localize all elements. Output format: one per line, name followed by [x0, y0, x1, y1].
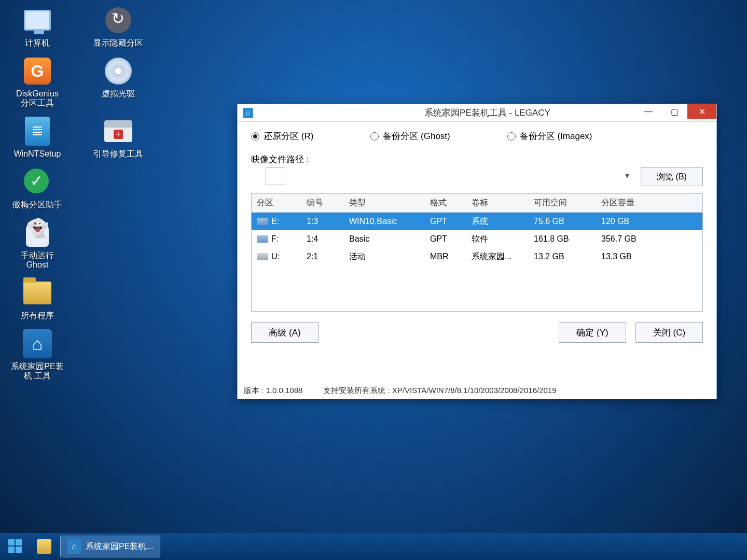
icon-computer[interactable]: 计算机 [6, 4, 68, 48]
close-button[interactable]: ✕ [687, 104, 716, 119]
version-text: 版本 : 1.0.0.1088 [244, 386, 302, 396]
table-row[interactable]: E:1:3WIN10,BasicGPT系统75.6 GB120 GB [252, 213, 702, 230]
titlebar[interactable]: ⌂ 系统家园PE装机工具 - LEGACY — ▢ ✕ [238, 104, 716, 122]
icon-show-hidden-partition[interactable]: 显示隐藏分区 [87, 4, 149, 48]
disk-icon [257, 235, 268, 243]
mode-radio-group: 还原分区 (R) 备份分区 (Ghost) 备份分区 (Imagex) [251, 130, 703, 142]
svg-rect-0 [8, 539, 15, 545]
icon-virtual-cd[interactable]: 虚拟光驱 [87, 55, 149, 108]
svg-rect-2 [8, 547, 15, 553]
icon-pe-installer[interactable]: 系统家园PE装 机 工具 [6, 328, 68, 381]
radio-dot-icon [370, 132, 379, 141]
windows-logo-icon [7, 538, 24, 555]
table-row[interactable]: U:2:1活动MBR系统家园...13.2 GB13.3 GB [252, 248, 702, 265]
radio-backup-ghost[interactable]: 备份分区 (Ghost) [370, 130, 450, 142]
image-path-select[interactable] [266, 167, 285, 185]
supported-os-text: 支持安装所有系统 : XP/VISTA/WIN7/8/8.1/10/2003/2… [323, 386, 710, 396]
maximize-button[interactable]: ▢ [661, 104, 687, 119]
icon-aomei-partition[interactable]: 傲梅分区助手 [6, 166, 68, 209]
ok-button[interactable]: 确定 (Y) [559, 322, 626, 343]
advanced-button[interactable]: 高级 (A) [251, 322, 319, 343]
radio-restore[interactable]: 还原分区 (R) [251, 130, 313, 142]
disk-icon [257, 253, 268, 260]
radio-backup-imagex[interactable]: 备份分区 (Imagex) [507, 130, 592, 142]
icon-winntsetup[interactable]: WinNTSetup [6, 115, 68, 159]
image-path-label: 映像文件路径 : [251, 153, 313, 165]
taskbar-explorer[interactable] [31, 536, 57, 557]
radio-dot-icon [251, 132, 259, 141]
svg-rect-3 [16, 547, 22, 553]
taskbar: ⌂ 系统家园PE装机... [0, 533, 747, 560]
svg-rect-1 [16, 539, 22, 545]
taskbar-pe-installer[interactable]: ⌂ 系统家园PE装机... [60, 536, 160, 557]
icon-boot-repair[interactable]: 引导修复工具 [87, 115, 149, 159]
partition-table: 分区 编号 类型 格式 卷标 可用空间 分区容量 E:1:3WIN10,Basi… [251, 193, 703, 312]
desktop-icons: 计算机 显示隐藏分区 GDiskGenius 分区工具 虚拟光驱 WinNTSe… [6, 4, 149, 381]
table-header: 分区 编号 类型 格式 卷标 可用空间 分区容量 [252, 194, 702, 213]
start-button[interactable] [3, 536, 28, 557]
folder-icon [37, 539, 51, 554]
icon-manual-ghost[interactable]: 手动运行 Ghost [6, 217, 68, 270]
icon-all-programs[interactable]: 所有程序 [6, 277, 68, 320]
status-bar: 版本 : 1.0.0.1088 支持安装所有系统 : XP/VISTA/WIN7… [244, 386, 710, 396]
icon-diskgenius[interactable]: GDiskGenius 分区工具 [6, 55, 68, 108]
radio-dot-icon [507, 132, 516, 141]
pe-installer-window: ⌂ 系统家园PE装机工具 - LEGACY — ▢ ✕ 还原分区 (R) 备份分… [237, 104, 717, 399]
app-icon: ⌂ [67, 539, 81, 554]
browse-button[interactable]: 浏览 (B) [641, 167, 703, 186]
cancel-button[interactable]: 关闭 (C) [635, 322, 703, 343]
minimize-button[interactable]: — [635, 104, 661, 119]
disk-icon [257, 218, 268, 225]
app-icon: ⌂ [243, 108, 253, 118]
table-row[interactable]: F:1:4BasicGPT软件161.8 GB356.7 GB [252, 230, 702, 248]
